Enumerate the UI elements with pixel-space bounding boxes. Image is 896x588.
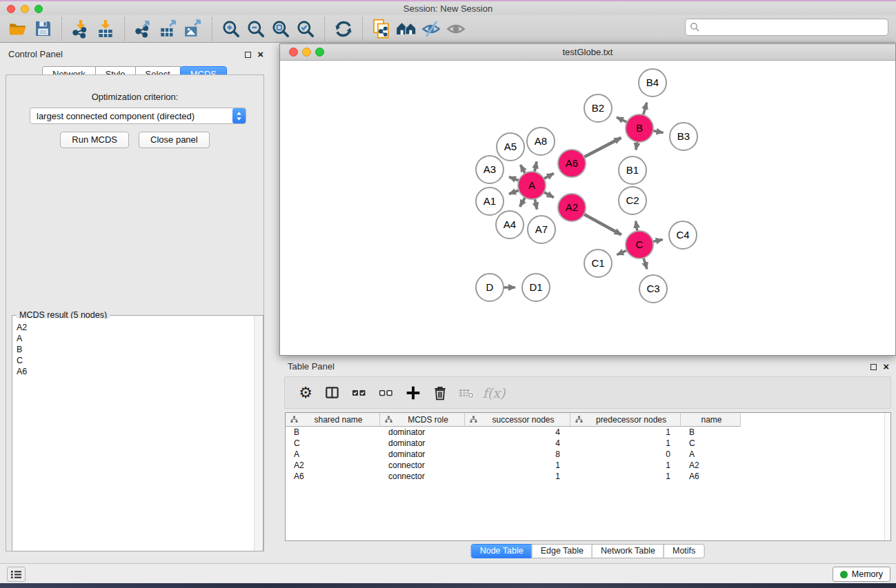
table-row[interactable]: Bdominator41B [286,427,890,438]
new-network-from-selection-button[interactable] [369,17,394,41]
column-browser-button[interactable] [321,382,344,404]
graph-node-label-A2: A2 [566,201,578,213]
export-image-button[interactable] [181,17,206,41]
tab-node-table[interactable]: Node Table [471,544,532,558]
table-row[interactable]: Cdominator41C [286,438,890,449]
deselect-all-columns-button[interactable] [375,382,397,404]
mcds-tab-content: Optimization criterion: largest connecte… [6,74,264,551]
cell-name: A [681,449,741,460]
control-panel-title: Control Panel [8,49,63,59]
criterion-selected-value: largest connected component (directed) [30,111,232,121]
result-scrollbar[interactable] [254,316,263,551]
run-mcds-button[interactable]: Run MCDS [60,132,129,148]
import-network-button[interactable] [68,17,93,41]
apply-layout-button[interactable] [331,17,356,41]
cell-shared-name: A [286,449,380,460]
delete-table-button[interactable] [456,382,478,404]
network-window-title: testGlobe.txt [280,47,895,57]
cell-shared-name: C [286,438,380,449]
edge-A6-B[interactable] [583,138,621,158]
graph-node-label-B3: B3 [677,130,690,142]
cell-predecessor-nodes: 1 [570,438,681,449]
node-table: shared nameMCDS rolesuccessor nodesprede… [285,412,891,541]
mcds-result-item: B [17,344,253,355]
window-title: Session: New Session [0,3,896,14]
graph-node-label-B: B [636,122,643,134]
mcds-result-box: MCDS result (5 nodes) A2ABCA6 [12,315,263,551]
cell-predecessor-nodes: 1 [570,427,681,438]
column-header-mcds-role[interactable]: MCDS role [380,413,465,427]
graph-node-label-B1: B1 [626,164,639,176]
search-input[interactable] [700,21,888,34]
cell-name: C [681,438,741,449]
table-settings-button[interactable]: ⚙ [295,382,317,404]
open-session-button[interactable] [6,17,30,41]
hide-graphics-details-button[interactable] [419,17,444,41]
criterion-select[interactable]: largest connected component (directed) [30,108,246,124]
close-table-panel-button[interactable]: × [883,363,889,370]
cell-name: A6 [681,471,741,482]
delete-column-button[interactable] [429,382,451,404]
main-titlebar: Session: New Session [0,1,896,15]
import-table-button[interactable] [93,17,118,41]
network-document-icon [371,19,392,39]
toolbar-separator [61,17,62,41]
toolbar-separator [124,17,125,41]
zoom-selected-button[interactable] [293,17,318,41]
mcds-result-item: A6 [17,366,253,377]
table-scrollbar[interactable] [884,413,890,540]
save-session-button[interactable] [30,17,55,41]
select-all-columns-button[interactable] [348,382,370,404]
network-graph: AA1A2A3A4A5A6A7A8BB1B2B3B4CC1C2C3C4DD1 [280,61,895,355]
import-network-icon [71,19,90,39]
create-new-column-button[interactable] [402,382,424,404]
mcds-result-item: C [17,355,253,366]
export-network-icon [134,19,153,39]
graph-node-label-A8: A8 [535,135,547,147]
memory-button[interactable]: Memory [833,567,890,582]
table-panel-title: Table Panel [288,361,335,372]
memory-status-dot [840,571,848,578]
graph-node-label-B4: B4 [646,77,659,88]
float-panel-button[interactable] [245,48,251,61]
zoom-in-button[interactable] [219,17,243,41]
function-builder-button[interactable]: f(x) [483,382,505,404]
column-header-shared-name[interactable]: shared name [286,413,380,427]
toolbar-separator [212,17,212,41]
table-row[interactable]: A6connector11A6 [286,471,890,482]
tab-network-table[interactable]: Network Table [592,544,664,558]
edge-A2-C[interactable] [583,214,621,235]
table-row[interactable]: A2connector11A2 [286,460,890,471]
column-header-predecessor-nodes[interactable]: predecessor nodes [570,413,681,427]
export-table-button[interactable] [156,17,181,41]
export-network-button[interactable] [131,17,156,41]
cell-predecessor-nodes: 1 [570,460,681,471]
column-header-successor-nodes[interactable]: successor nodes [465,413,570,427]
edge-B-B4[interactable] [643,103,647,116]
table-row[interactable]: Adominator80A [286,449,890,460]
graph-node-label-D1: D1 [529,281,542,293]
close-panel-button[interactable]: Close panel [139,132,210,148]
tab-edge-table[interactable]: Edge Table [532,544,593,558]
cell-predecessor-nodes: 1 [570,471,681,482]
search-field[interactable] [685,19,888,36]
optimization-criterion-label: Optimization criterion: [6,92,263,102]
table-body: Bdominator41BCdominator41CAdominator80AA… [286,427,890,482]
graph-node-label-C1: C1 [591,257,604,269]
show-panels-menu-button[interactable] [7,567,26,582]
network-canvas[interactable]: AA1A2A3A4A5A6A7A8BB1B2B3B4CC1C2C3C4DD1 [280,61,895,355]
graph-node-label-A7: A7 [535,223,548,235]
home-button[interactable] [394,17,419,41]
open-folder-icon [8,19,28,39]
toolbar-separator [324,17,325,41]
show-graphics-details-button[interactable] [444,17,468,41]
zoom-out-button[interactable] [243,17,268,41]
graph-node-label-A: A [528,179,535,191]
close-panel-icon-button[interactable]: × [257,51,263,58]
column-header-name[interactable]: name [681,413,741,427]
float-table-panel-button[interactable] [870,361,877,373]
zoom-fit-button[interactable] [268,17,293,41]
save-floppy-icon [34,19,52,38]
tab-motifs[interactable]: Motifs [664,544,704,558]
cell-name: A2 [681,460,741,471]
